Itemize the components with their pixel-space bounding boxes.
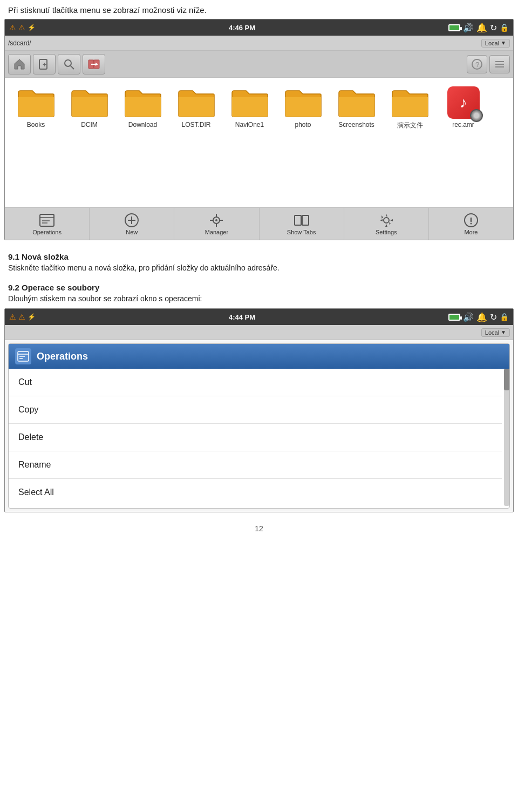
svg-point-31 [470, 222, 472, 224]
ops-cut[interactable]: Cut [9, 369, 502, 396]
svg-text:+: + [43, 61, 46, 69]
svg-rect-26 [295, 215, 301, 225]
new-button[interactable]: New [90, 208, 174, 240]
settings-label: Settings [376, 229, 397, 235]
ops-rename[interactable]: Rename [9, 451, 502, 479]
page-number: 12 [0, 519, 518, 540]
svg-point-21 [215, 219, 217, 221]
ops-list-container: Cut Copy Delete Rename Select All [9, 369, 509, 506]
folder-label-dcim: DCIM [81, 121, 98, 128]
folder-label-books: Books [27, 121, 45, 128]
volume-icon-2: 🔊 [463, 312, 474, 322]
folder-item-chinese[interactable]: 演示文件 [384, 83, 435, 202]
status-bar-left: ⚠ ⚠ ⚡ [9, 23, 36, 32]
folder-label-chinese: 演示文件 [397, 121, 423, 130]
status-bar-left-2: ⚠ ⚠ ⚡ [9, 313, 36, 321]
usb-icon: ⚡ [28, 24, 36, 31]
show-tabs-label: Show Tabs [287, 229, 316, 235]
folder-label-screenshots: Screenshots [338, 121, 374, 128]
toolbar-1: + ? [5, 51, 513, 78]
folder-item-screenshots[interactable]: Screenshots [331, 83, 382, 202]
ops-title-icon [15, 348, 31, 364]
section91-body: Stiskněte tlačítko menu a nová složka, p… [0, 263, 518, 278]
show-tabs-button[interactable]: Show Tabs [260, 208, 344, 240]
transfer-button[interactable] [83, 54, 105, 75]
status-bar-2: ⚠ ⚠ ⚡ 4:44 PM 🔊 🔔 ↻ 🔒 [5, 309, 513, 325]
ops-title-bar: Operations [9, 344, 509, 369]
status-bar-right-2: 🔊 🔔 ↻ 🔒 [448, 312, 509, 322]
file-item-recamr[interactable]: rec.amr [438, 83, 489, 202]
svg-point-28 [384, 218, 389, 223]
manager-label: Manager [205, 229, 228, 235]
operations-dialog: Operations Cut Copy Delete Rename Select… [8, 343, 510, 509]
folder-item-navione1[interactable]: NaviOne1 [224, 83, 275, 202]
operations-label: Operations [32, 229, 62, 235]
operations-button[interactable]: Operations [5, 208, 90, 240]
ops-copy[interactable]: Copy [9, 396, 502, 424]
screenshot2: ⚠ ⚠ ⚡ 4:44 PM 🔊 🔔 ↻ 🔒 Local ▼ Operations [4, 308, 514, 512]
new-tab-button[interactable]: + [33, 54, 56, 75]
folder-label-navione1: NaviOne1 [235, 121, 264, 128]
bottom-toolbar-1: Operations New Manager Show Tabs Setting… [5, 207, 513, 240]
folder-item-lostdir[interactable]: LOST.DIR [171, 83, 222, 202]
volume2-icon: 🔔 [476, 23, 487, 33]
usb-icon-2: ⚡ [28, 313, 36, 321]
local-badge-2[interactable]: Local ▼ [481, 328, 510, 337]
svg-line-3 [70, 65, 74, 69]
warning-icon-2b: ⚠ [18, 313, 25, 321]
ops-list: Cut Copy Delete Rename Select All [9, 369, 502, 506]
more-label: More [464, 229, 478, 235]
status-bar-1: ⚠ ⚠ ⚡ 4:46 PM 🔊 🔔 ↻ 🔒 [5, 19, 513, 36]
folder-item-photo[interactable]: photo [277, 83, 329, 202]
warning-icon2: ⚠ [18, 23, 25, 32]
address-bar-2: Local ▼ [5, 325, 513, 340]
file-grid: Books DCIM Download LOST.DIR NaviOne1 [5, 78, 513, 207]
screenshot1: ⚠ ⚠ ⚡ 4:46 PM 🔊 🔔 ↻ 🔒 /sdcard/ Local ▼ + [4, 19, 514, 240]
scrollbar-track[interactable] [504, 369, 509, 506]
address-text-1: /sdcard/ [8, 39, 31, 47]
chevron-down-icon-2: ▼ [501, 329, 506, 335]
refresh-icon: ↻ [490, 23, 497, 33]
address-bar-1: /sdcard/ Local ▼ [5, 36, 513, 51]
status-time-2: 4:44 PM [229, 313, 255, 321]
section92-heading: 9.2 Operace se soubory [0, 278, 518, 294]
section92-body: Dlouhým stiskem na soubor se zobrazí okn… [0, 294, 518, 308]
status-bar-right-1: 🔊 🔔 ↻ 🔒 [448, 23, 509, 33]
volume2-icon-2: 🔔 [476, 312, 487, 322]
svg-rect-13 [40, 214, 54, 226]
scrollbar-thumb[interactable] [504, 369, 509, 390]
cd-overlay-icon [470, 109, 483, 122]
file-label-recamr: rec.amr [452, 121, 474, 128]
new-label: New [126, 229, 138, 235]
svg-rect-27 [302, 215, 309, 225]
volume-icon: 🔊 [463, 23, 474, 33]
battery-icon [448, 24, 460, 31]
search-button[interactable] [58, 54, 80, 75]
folder-label-photo: photo [295, 121, 311, 128]
refresh-icon-2: ↻ [490, 312, 497, 322]
local-badge-1[interactable]: Local ▼ [481, 39, 510, 48]
folder-label-download: Download [128, 121, 157, 128]
ops-select-all[interactable]: Select All [9, 479, 502, 506]
list-view-button[interactable] [489, 55, 510, 73]
lock-icon: 🔒 [500, 23, 509, 32]
manager-button[interactable]: Manager [174, 208, 259, 240]
battery-icon-2 [448, 314, 460, 321]
ops-title-text: Operations [37, 351, 88, 362]
warning-icon-2a: ⚠ [9, 313, 16, 321]
folder-item-download[interactable]: Download [117, 83, 168, 202]
folder-item-dcim[interactable]: DCIM [64, 83, 115, 202]
help-button[interactable]: ? [467, 55, 487, 73]
lock-icon-2: 🔒 [500, 313, 509, 321]
chevron-down-icon: ▼ [501, 40, 506, 46]
home-button[interactable] [8, 54, 31, 75]
svg-text:?: ? [475, 60, 479, 69]
status-time-1: 4:46 PM [229, 24, 255, 32]
more-button[interactable]: More [429, 208, 513, 240]
folder-label-lostdir: LOST.DIR [181, 121, 210, 128]
warning-icon: ⚠ [9, 23, 16, 32]
folder-item-books[interactable]: Books [10, 83, 62, 202]
intro-text: Při stisknutí tlačítka menu se zobrazí m… [0, 0, 518, 19]
ops-delete[interactable]: Delete [9, 424, 502, 451]
settings-button[interactable]: Settings [344, 208, 429, 240]
